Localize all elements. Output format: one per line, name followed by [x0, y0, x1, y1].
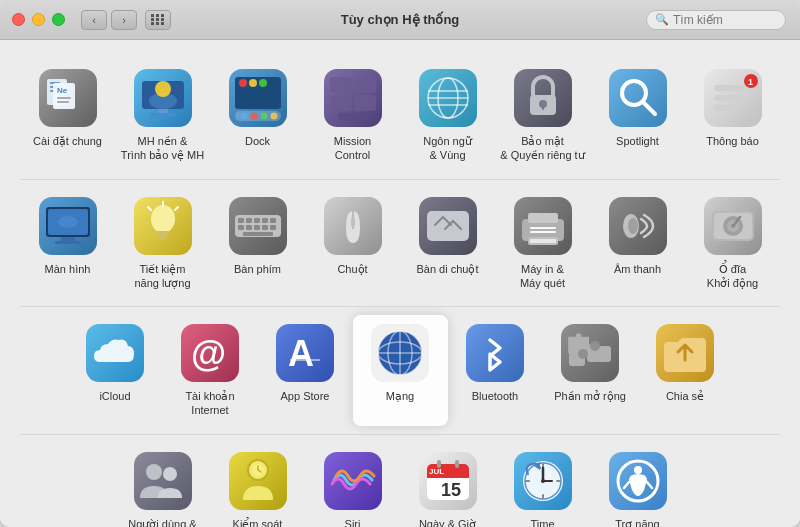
svg-rect-72	[246, 225, 252, 230]
icon-ban-phim	[228, 196, 288, 256]
svg-rect-86	[530, 231, 556, 233]
label-thong-bao: Thông báo	[706, 134, 759, 148]
label-icloud: iCloud	[99, 389, 130, 403]
minimize-button[interactable]	[32, 13, 45, 26]
icon-phan-mo-rong	[560, 323, 620, 383]
svg-rect-59	[158, 234, 168, 237]
item-man-hinh[interactable]: Màn hình	[20, 188, 115, 299]
svg-point-17	[239, 79, 247, 87]
item-o-dia[interactable]: Ổ đĩaKhởi động	[685, 188, 780, 299]
item-bao-mat[interactable]: Bảo mật& Quyền riêng tư	[495, 60, 590, 171]
label-mh-nen: MH nền &Trình bảo vệ MH	[121, 134, 204, 163]
label-chia-se: Chia sẻ	[666, 389, 704, 403]
svg-rect-75	[270, 225, 276, 230]
svg-rect-7	[57, 97, 71, 99]
label-app-store: App Store	[281, 389, 330, 403]
svg-rect-67	[246, 218, 252, 223]
back-button[interactable]: ‹	[81, 10, 107, 30]
svg-rect-76	[243, 232, 273, 236]
svg-rect-88	[530, 239, 556, 243]
row-1: Ne Cài đặt chung	[20, 60, 780, 180]
svg-rect-66	[238, 218, 244, 223]
svg-rect-74	[262, 225, 268, 230]
label-spotlight: Spotlight	[616, 134, 659, 148]
icon-am-thanh	[608, 196, 668, 256]
item-ban-di-chuot[interactable]: Bàn di chuột	[400, 188, 495, 299]
icon-tro-nang	[608, 451, 668, 511]
item-ngay-gio[interactable]: 15 JUL Ngày & Giờ	[400, 443, 495, 527]
icon-bao-mat	[513, 68, 573, 128]
svg-point-21	[240, 113, 247, 120]
item-am-thanh[interactable]: Âm thanh	[590, 188, 685, 299]
svg-point-115	[578, 349, 588, 359]
row-3: iCloud @ Tài khoảnInternet	[20, 315, 780, 435]
content-area: Ne Cài đặt chung	[0, 40, 800, 527]
item-mission-control[interactable]: MissionControl	[305, 60, 400, 171]
icon-ngay-gio: 15 JUL	[418, 451, 478, 511]
item-tai-khoan[interactable]: @ Tài khoảnInternet	[163, 315, 258, 426]
item-time-machine[interactable]: TimeMachine	[495, 443, 590, 527]
label-am-thanh: Âm thanh	[614, 262, 661, 276]
search-bar[interactable]: 🔍	[646, 10, 786, 30]
icon-chuot	[323, 196, 383, 256]
item-chia-se[interactable]: Chia sẻ	[638, 315, 733, 426]
icon-dock	[228, 68, 288, 128]
svg-rect-46	[714, 95, 742, 101]
close-button[interactable]	[12, 13, 25, 26]
item-tro-nang[interactable]: Trợ năng	[590, 443, 685, 527]
item-phan-mo-rong[interactable]: Phần mở rộng	[543, 315, 638, 426]
label-chuot: Chuột	[337, 262, 367, 276]
search-input[interactable]	[673, 13, 773, 27]
item-kiem-soat[interactable]: Kiểm soátcủa Phụ huynh	[210, 443, 305, 527]
item-icloud[interactable]: iCloud	[68, 315, 163, 426]
item-dock[interactable]: Dock	[210, 60, 305, 171]
maximize-button[interactable]	[52, 13, 65, 26]
item-spotlight[interactable]: Spotlight	[590, 60, 685, 171]
label-mang: Mạng	[386, 389, 414, 403]
item-app-store[interactable]: A App Store	[258, 315, 353, 426]
icon-icloud	[85, 323, 145, 383]
svg-rect-73	[254, 225, 260, 230]
svg-text:15: 15	[441, 480, 461, 500]
item-may-in[interactable]: Máy in &Máy quét	[495, 188, 590, 299]
label-ngon-ngu: Ngôn ngữ& Vùng	[423, 134, 472, 163]
item-thong-bao[interactable]: 1 Thông báo	[685, 60, 780, 171]
svg-rect-26	[330, 77, 352, 93]
icon-mh-nen	[133, 68, 193, 128]
icon-cai-dat-chung: Ne	[38, 68, 98, 128]
icon-mission-control	[323, 68, 383, 128]
forward-button[interactable]: ›	[111, 10, 137, 30]
grid-icon	[151, 14, 165, 25]
grid-view-button[interactable]	[145, 10, 171, 30]
icon-ngon-ngu	[418, 68, 478, 128]
icon-siri	[323, 451, 383, 511]
item-mang[interactable]: Mạng	[353, 315, 448, 426]
svg-rect-85	[530, 227, 556, 229]
item-cai-dat-chung[interactable]: Ne Cài đặt chung	[20, 60, 115, 171]
label-bluetooth: Bluetooth	[472, 389, 518, 403]
label-phan-mo-rong: Phần mở rộng	[554, 389, 626, 403]
svg-point-91	[628, 218, 638, 234]
item-siri[interactable]: Siri	[305, 443, 400, 527]
item-ban-phim[interactable]: Bàn phím	[210, 188, 305, 299]
icon-man-hinh	[38, 196, 98, 256]
svg-rect-68	[254, 218, 260, 223]
icon-o-dia	[703, 196, 763, 256]
item-chuot[interactable]: Chuột	[305, 188, 400, 299]
item-bluetooth[interactable]: Bluetooth	[448, 315, 543, 426]
label-tro-nang: Trợ năng	[615, 517, 660, 527]
icon-time-machine	[513, 451, 573, 511]
window-title: Tùy chọn Hệ thống	[341, 12, 460, 27]
item-nguoi-dung[interactable]: Người dùng &Nhóm	[115, 443, 210, 527]
row-4: Người dùng &Nhóm	[20, 443, 780, 527]
svg-rect-8	[57, 101, 69, 103]
svg-rect-45	[714, 85, 746, 91]
label-siri: Siri	[345, 517, 361, 527]
item-tiet-kiem[interactable]: Tiết kiệmnăng lượng	[115, 188, 210, 299]
item-ngon-ngu[interactable]: Ngôn ngữ& Vùng	[400, 60, 495, 171]
item-mh-nen[interactable]: MH nền &Trình bảo vệ MH	[115, 60, 210, 171]
svg-rect-14	[150, 113, 176, 116]
svg-rect-13	[158, 109, 168, 113]
label-ngay-gio: Ngày & Giờ	[419, 517, 476, 527]
svg-rect-135	[455, 460, 459, 468]
